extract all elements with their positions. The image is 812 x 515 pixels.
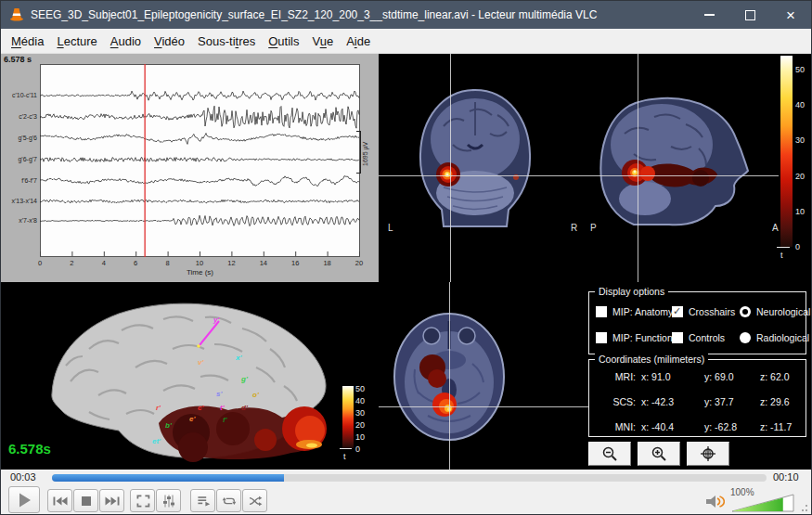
seek-slider[interactable]: [52, 474, 767, 482]
volume-slider[interactable]: [731, 492, 796, 513]
eeg-x-tick: 4: [97, 259, 111, 267]
equalizer-icon: [161, 494, 176, 509]
menu-item-outils[interactable]: Outils: [262, 31, 305, 52]
coord-z: z: 29.6: [760, 396, 805, 407]
surface-colorbar: [342, 386, 354, 448]
eeg-x-tick: 20: [352, 259, 367, 267]
volume-speaker-icon[interactable]: [704, 494, 725, 510]
surface-colorbar-unit: t: [343, 452, 346, 461]
electrode-label-r: r': [156, 404, 161, 412]
elapsed-time: 00:03: [10, 471, 36, 483]
titlebar[interactable]: SEEG_3D_Subject01_Epileptogenicity_surfa…: [1, 1, 811, 29]
crosshair-vertical-coronal: [450, 54, 451, 282]
crosshair-horizontal-axial: [379, 406, 588, 407]
stop-button[interactable]: [73, 489, 98, 512]
colorbar-tick: 10: [355, 432, 365, 442]
orientation-label-L: L: [388, 223, 393, 233]
transport-bar: 00:03 00:10: [1, 470, 811, 515]
option-label: Neurological: [756, 306, 810, 317]
playlist-button[interactable]: [190, 489, 215, 512]
menu-item-lecture[interactable]: Lecture: [50, 31, 103, 52]
zoom-out-icon: [601, 445, 618, 462]
coord-x: x: 91.0: [641, 371, 697, 382]
coord-y: y: -62.8: [704, 421, 756, 432]
seek-progress: [52, 474, 284, 482]
coord-x: x: -42.3: [641, 396, 697, 407]
electrode-label-g: g': [241, 375, 248, 383]
coord-name: MNI:: [602, 421, 636, 432]
eeg-x-tick: 12: [224, 259, 238, 267]
fullscreen-button[interactable]: [130, 489, 155, 512]
extended-settings-button[interactable]: [156, 489, 181, 512]
close-button[interactable]: ×: [770, 1, 811, 29]
menu-item-soustitres[interactable]: Sous-titres: [191, 31, 262, 52]
colorbar-tick: 50: [795, 65, 805, 74]
menu-item-vido[interactable]: Vidéo: [148, 31, 191, 52]
menu-item-mdia[interactable]: Média: [5, 31, 50, 52]
resize-grip[interactable]: [797, 503, 808, 514]
colorbar-tick: 50: [355, 384, 365, 393]
radio-icon: [740, 306, 751, 317]
maximize-button[interactable]: [729, 1, 770, 29]
play-button[interactable]: [8, 486, 40, 513]
menu-item-audio[interactable]: Audio: [104, 31, 148, 52]
eeg-scalebar: [357, 131, 361, 174]
colorbar-tick: 20: [355, 420, 365, 430]
eeg-channel-label: f'6-f'7: [1, 177, 37, 184]
electrode-label-et: et': [152, 437, 161, 445]
fullscreen-icon: [135, 494, 150, 509]
checkbox-icon: [596, 332, 607, 343]
menu-item-aide[interactable]: Aide: [340, 31, 377, 52]
eeg-plot: [40, 64, 360, 257]
option-label: MIP: Anatomy: [612, 306, 673, 317]
option-label: Radiological: [756, 332, 809, 343]
next-button[interactable]: [99, 489, 124, 512]
checkbox-icon: [672, 332, 683, 343]
shuffle-icon: [248, 494, 263, 509]
eeg-channel-label: g'5-g'6: [1, 135, 37, 141]
video-surface[interactable]: 6.578 s c'10-c'11c'2-c'3g'5-g'6g'6-g'7f'…: [1, 54, 812, 470]
checkbox-mip--functional: MIP: Functional: [596, 332, 680, 343]
eeg-x-tick: 6: [128, 259, 143, 267]
menu-item-vue[interactable]: Vue: [305, 31, 340, 52]
electrode-label-f: f': [223, 416, 227, 424]
electrode-label-c: c': [198, 404, 203, 412]
mri-colorbar: [780, 56, 793, 247]
eeg-channel-label: c'10-c'11: [1, 92, 37, 98]
eeg-quadrant: 6.578 s c'10-c'11c'2-c'3g'5-g'6g'6-g'7f'…: [1, 54, 379, 282]
shuffle-button[interactable]: [242, 489, 267, 512]
radio-radiological: Radiological: [740, 332, 809, 343]
electrode-label-y: y': [213, 315, 219, 324]
option-label: MIP: Functional: [612, 332, 680, 343]
checkbox-crosshairs: Crosshairs: [672, 306, 735, 317]
eeg-x-tick: 16: [288, 259, 303, 267]
coord-name: SCS:: [602, 396, 636, 407]
vlc-cone-icon: [8, 6, 25, 23]
display-options-title: Display options: [595, 286, 668, 297]
coordinates-title: Coordinates (milimeters): [595, 354, 708, 365]
eeg-channel-label: c'2-c'3: [1, 113, 37, 120]
eeg-x-tick: 10: [192, 259, 207, 267]
minimize-icon: [704, 14, 715, 16]
playlist-icon: [196, 494, 211, 509]
surface-colorbar-zero-tick: [340, 448, 352, 449]
colorbar-tick: 40: [795, 100, 805, 109]
checkbox-mip--anatomy: MIP: Anatomy: [596, 306, 673, 317]
menu-bar: MédiaLectureAudioVidéoSous-titresOutilsV…: [1, 29, 811, 54]
eeg-x-tick: 14: [256, 259, 271, 267]
mri-colorbar-zero-tick: [777, 247, 790, 248]
electrode-label-t: t': [220, 404, 225, 412]
zoom-in-icon: [651, 445, 667, 462]
previous-button[interactable]: [47, 489, 72, 512]
electrode-label-x: x': [236, 354, 241, 362]
eeg-xlabel: Time (s): [40, 268, 360, 277]
loop-button[interactable]: [216, 489, 241, 512]
colorbar-tick: 40: [355, 396, 365, 406]
radio-neurological: Neurological: [740, 306, 810, 317]
coord-y: y: 37.7: [704, 396, 756, 407]
mri-axial-slice: [391, 304, 511, 444]
minimize-button[interactable]: [689, 1, 729, 29]
stop-icon: [80, 495, 93, 508]
coord-z: z: 62.0: [760, 371, 805, 382]
crosshair-target-icon: [700, 445, 716, 462]
